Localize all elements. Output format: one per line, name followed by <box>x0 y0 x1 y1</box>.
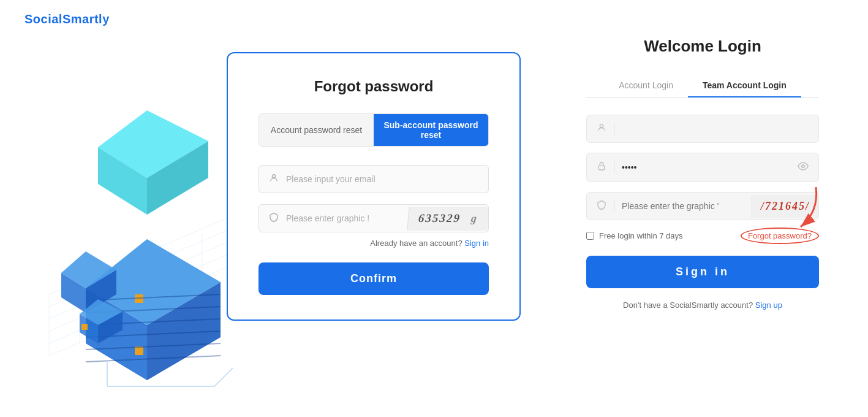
captcha-group: 635329 g <box>259 204 489 232</box>
login-captcha-group: /721645/ <box>586 192 819 220</box>
login-captcha-input-area <box>587 193 752 220</box>
reset-tab-group: Account password reset Sub-account passw… <box>259 113 489 147</box>
sub-account-reset-tab[interactable]: Sub-account password reset <box>374 114 488 146</box>
account-login-tab[interactable]: Account Login <box>604 74 688 98</box>
svg-rect-41 <box>598 166 604 170</box>
sign-up-link[interactable]: Sign up <box>755 300 782 310</box>
captcha-input[interactable] <box>286 213 398 223</box>
forgot-password-link[interactable]: Forgot password? <box>741 228 819 244</box>
svg-point-40 <box>600 124 603 128</box>
login-section: Welcome Login Account Login Team Account… <box>586 37 819 310</box>
email-input-group <box>259 165 489 193</box>
remember-checkbox[interactable] <box>586 232 594 240</box>
confirm-button[interactable]: Confirm <box>259 262 489 295</box>
welcome-title: Welcome Login <box>586 37 819 56</box>
already-account-text: Already have an account? Sign in <box>259 239 489 248</box>
team-login-tab[interactable]: Team Account Login <box>688 74 801 98</box>
lock-icon <box>597 161 614 174</box>
login-tab-group: Account Login Team Account Login <box>586 74 819 98</box>
svg-point-42 <box>802 165 805 168</box>
captcha-input-area <box>259 205 408 232</box>
forgot-password-modal: Forgot password Account password reset S… <box>227 52 521 321</box>
forgot-password-container: Forgot password? <box>741 230 819 241</box>
login-captcha-image[interactable]: /721645/ <box>752 195 818 218</box>
remember-forgot-row: Free login within 7 days Forgot password… <box>586 230 819 241</box>
remember-text: Free login within 7 days <box>599 231 683 240</box>
user-icon <box>597 123 614 135</box>
login-captcha-input[interactable] <box>622 201 742 211</box>
sign-in-link[interactable]: Sign in <box>464 239 489 248</box>
shield-icon <box>269 212 279 224</box>
captcha-image[interactable]: 635329 g <box>407 207 489 231</box>
account-reset-tab[interactable]: Account password reset <box>259 114 374 146</box>
eye-icon[interactable] <box>798 161 809 174</box>
username-input-group <box>586 115 819 143</box>
svg-point-39 <box>272 175 275 178</box>
username-input[interactable] <box>622 124 809 134</box>
remember-label[interactable]: Free login within 7 days <box>586 231 683 240</box>
email-input[interactable] <box>286 174 478 184</box>
password-input[interactable] <box>622 163 798 172</box>
password-input-group <box>586 153 819 182</box>
forgot-title: Forgot password <box>259 78 489 95</box>
user-icon <box>269 173 279 185</box>
shield-icon-login <box>597 200 614 212</box>
sign-up-text: Don't have a SocialSmartly account? Sign… <box>586 300 819 310</box>
svg-line-38 <box>214 368 233 386</box>
svg-rect-35 <box>81 324 88 330</box>
sign-in-button[interactable]: Sign in <box>586 256 819 288</box>
